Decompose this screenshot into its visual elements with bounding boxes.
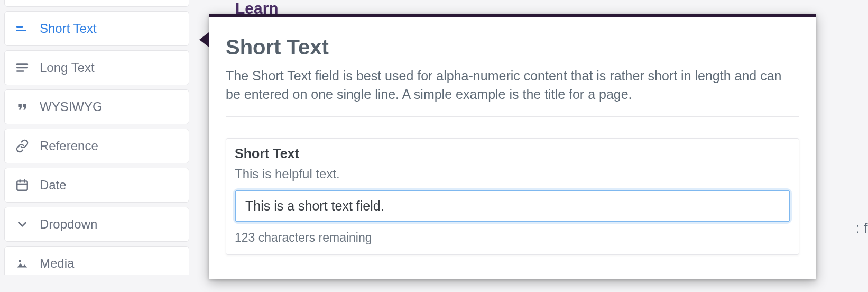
- sidebar-item-short-text[interactable]: Short Text: [4, 11, 189, 46]
- field-label: Short Text: [235, 146, 790, 161]
- edge-text-fragment: : f: [856, 220, 868, 236]
- short-text-icon: [15, 22, 32, 35]
- long-text-icon: [15, 61, 32, 75]
- sidebar-item-label: Reference: [40, 139, 98, 153]
- calendar-icon: [15, 178, 32, 192]
- sidebar-item-label: Dropdown: [40, 217, 97, 232]
- quotes-icon: [15, 100, 32, 114]
- short-text-input[interactable]: [235, 190, 790, 222]
- link-icon: [15, 139, 32, 153]
- sidebar-item-wysiwyg[interactable]: WYSIWYG: [4, 89, 189, 124]
- sidebar-item-label: Short Text: [40, 21, 97, 36]
- sidebar-item-label: Long Text: [40, 60, 95, 75]
- field-help-popover: Short Text The Short Text field is best …: [209, 14, 816, 279]
- sidebar-item-reference[interactable]: Reference: [4, 129, 189, 163]
- sidebar-item-label: Media: [40, 256, 74, 271]
- sidebar-item-media[interactable]: Media: [4, 246, 189, 275]
- sidebar-item-label: Date: [40, 178, 67, 193]
- chevron-down-icon: [15, 217, 32, 231]
- popover-description: The Short Text field is best used for al…: [226, 67, 799, 117]
- main-content: Learn Short Text The Short Text field is…: [209, 0, 868, 292]
- sidebar-item-partial-top[interactable]: [4, 0, 189, 7]
- field-example-card: Short Text This is helpful text. 123 cha…: [226, 138, 799, 255]
- sidebar-item-label: WYSIWYG: [40, 99, 103, 114]
- character-counter: 123 characters remaining: [235, 231, 790, 245]
- svg-point-9: [19, 260, 21, 262]
- field-type-sidebar: Short Text Long Text WYSIWYG Reference: [4, 0, 189, 275]
- popover-arrow-icon: [199, 32, 209, 47]
- image-icon: [15, 257, 32, 270]
- svg-rect-5: [17, 181, 27, 190]
- popover-title: Short Text: [226, 35, 799, 59]
- sidebar-item-dropdown[interactable]: Dropdown: [4, 207, 189, 242]
- field-hint: This is helpful text.: [235, 167, 790, 181]
- sidebar-item-long-text[interactable]: Long Text: [4, 50, 189, 85]
- sidebar-item-date[interactable]: Date: [4, 168, 189, 203]
